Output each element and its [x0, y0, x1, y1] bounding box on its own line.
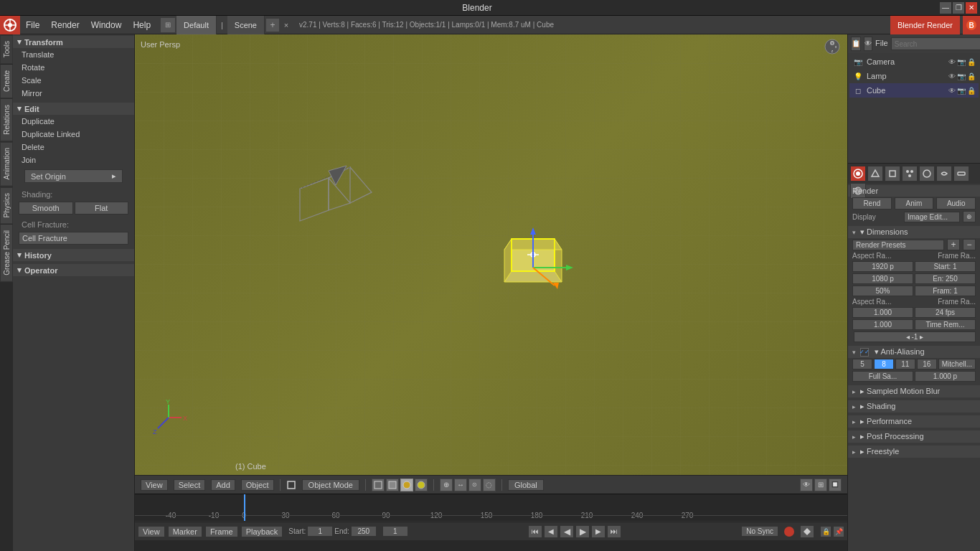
resolution-pct[interactable]: 50% [852, 286, 913, 296]
prop-tab-scene[interactable] [867, 166, 883, 182]
viewport-object-button[interactable]: Object [241, 479, 274, 491]
menu-render[interactable]: Render [45, 16, 85, 34]
timeline-marker-button[interactable]: Marker [168, 526, 202, 537]
viewport-view-button[interactable]: View [141, 479, 168, 491]
frame-end[interactable]: En: 250 [915, 273, 976, 284]
object-mode-selector[interactable]: Object Mode [302, 479, 359, 491]
smooth-button[interactable]: Smooth [19, 202, 73, 215]
side-tab-grease-pencil[interactable]: Grease Pencil [0, 224, 13, 282]
set-origin-dropdown[interactable]: Set Origin ▸ [24, 169, 123, 183]
aa-header[interactable]: ▾ ✓ ▾ Anti-Aliasing [848, 346, 980, 358]
aa-val-16[interactable]: 16 [917, 359, 937, 369]
pivot-icon[interactable]: ↔ [454, 479, 467, 491]
menu-window[interactable]: Window [85, 16, 128, 34]
transform-orientation[interactable]: Global [508, 479, 544, 491]
side-tab-tools[interactable]: Tools [0, 34, 13, 64]
record-button[interactable] [784, 527, 794, 537]
shading-rendered[interactable] [415, 479, 428, 491]
render-presets-selector[interactable]: Render Presets [852, 240, 944, 250]
prop-tab-particles[interactable] [902, 166, 918, 182]
fps-input[interactable]: 24 fps [915, 307, 976, 318]
prev-frame-button[interactable]: ◀ [544, 525, 558, 538]
jump-end-button[interactable]: ⏭ [607, 525, 621, 538]
transform-header[interactable]: ▾ Transform [13, 36, 134, 48]
viewport-select-button[interactable]: Select [174, 479, 206, 491]
cube-eye-icon[interactable]: 👁 [948, 87, 956, 95]
outliner-view-button[interactable]: 👁 [864, 37, 872, 51]
pin-icon[interactable]: 📌 [833, 526, 844, 537]
aa-val-5[interactable]: 5 [852, 359, 872, 369]
timeline-ruler[interactable]: -40 -10 0 30 60 90 120 150 180 210 240 2… [135, 494, 847, 522]
display-extra-button[interactable]: ⊕ [963, 211, 976, 222]
cube-lock-icon[interactable]: 🔒 [967, 87, 976, 95]
resolution-x[interactable]: 1920 p [852, 261, 913, 272]
menu-help[interactable]: Help [127, 16, 156, 34]
cube-render-icon[interactable]: 📷 [957, 87, 966, 95]
menu-file[interactable]: File [20, 16, 45, 34]
outliner-item-camera[interactable]: 📷 Camera 👁 📷 🔒 [849, 55, 979, 69]
smb-header[interactable]: ▸ ▸ Sampled Motion Blur [848, 385, 980, 397]
close-button[interactable]: ✕ [966, 2, 977, 14]
freestyle-header[interactable]: ▸ ▸ Freestyle [848, 446, 980, 458]
edit-header[interactable]: ▾ Edit [13, 103, 134, 115]
shading-props-header[interactable]: ▸ ▸ Shading [848, 400, 980, 413]
side-tab-relations[interactable]: Relations [0, 98, 13, 141]
close-scene-button[interactable]: × [281, 19, 292, 31]
outliner-item-lamp[interactable]: 💡 Lamp 👁 📷 🔒 [849, 69, 979, 83]
visibility-icon[interactable]: 👁 [800, 479, 813, 491]
mirror-button[interactable]: Mirror [13, 87, 134, 100]
play-button[interactable]: ▶ [575, 525, 590, 538]
jump-start-button[interactable]: ⏮ [528, 525, 542, 538]
window-controls[interactable]: — ❐ ✕ [940, 2, 980, 14]
3d-viewport[interactable]: User Persp [135, 34, 847, 475]
scene-icon[interactable]: ⊞ [814, 479, 827, 491]
aa-checkbox[interactable]: ✓ [860, 348, 869, 357]
outliner-item-cube[interactable]: ◻ Cube 👁 📷 🔒 [849, 83, 979, 98]
side-tab-animation[interactable]: Animation [0, 141, 13, 186]
outliner-search-input[interactable] [891, 37, 980, 50]
flat-button[interactable]: Flat [75, 202, 129, 215]
pivot-center[interactable]: ⊕ [440, 479, 453, 491]
shading-wireframe[interactable] [372, 479, 385, 491]
workspace-tab-default[interactable]: Default [176, 16, 217, 34]
frame-start[interactable]: Start: 1 [915, 261, 976, 272]
time-rem-value[interactable]: ◂ -1 ▸ [854, 331, 976, 342]
lamp-lock-icon[interactable]: 🔒 [967, 72, 976, 80]
shading-solid[interactable] [386, 479, 399, 491]
aspect-y[interactable]: 1.000 [852, 319, 913, 330]
prop-tab-constraints[interactable] [936, 166, 952, 182]
frame-current[interactable]: Fram: 1 [915, 286, 976, 296]
resolution-y[interactable]: 1080 p [852, 273, 913, 284]
prop-tab-physics[interactable] [919, 166, 935, 182]
maximize-button[interactable]: ❐ [953, 2, 964, 14]
next-frame-button[interactable]: ▶ [591, 525, 606, 538]
proportional-edit[interactable]: ◌ [483, 479, 496, 491]
keyframe-icon[interactable] [800, 525, 814, 538]
timeline-playback-button[interactable]: Playback [241, 526, 283, 537]
history-header[interactable]: ▾ History [13, 249, 134, 261]
display-value[interactable]: Image Edit... [904, 212, 960, 222]
timeline-view-button[interactable]: View [138, 526, 165, 537]
lamp-eye-icon[interactable]: 👁 [948, 72, 956, 80]
prop-tab-object[interactable] [885, 166, 900, 182]
render-button[interactable]: Rend [852, 197, 892, 209]
add-scene-button[interactable]: + [266, 19, 279, 32]
audio-button[interactable]: Audio [936, 197, 976, 209]
play-back-button[interactable]: ◀ [560, 525, 574, 538]
aa-filter[interactable]: Mitchell... [938, 359, 976, 369]
viewport-add-button[interactable]: Add [211, 479, 235, 491]
no-sync-selector[interactable]: No Sync [741, 526, 778, 537]
join-button[interactable]: Join [13, 154, 134, 166]
dimensions-header[interactable]: ▾ ▾ Dimensions [848, 226, 980, 238]
aspect-x[interactable]: 1.000 [852, 307, 913, 318]
duplicate-button[interactable]: Duplicate [13, 115, 134, 128]
time-rem[interactable]: Time Rem... [915, 319, 976, 330]
prop-tab-render[interactable] [850, 166, 866, 182]
translate-button[interactable]: Translate [13, 48, 134, 61]
aa-val-11[interactable]: 11 [895, 359, 915, 369]
post-processing-header[interactable]: ▸ ▸ Post Processing [848, 430, 980, 443]
current-frame-input[interactable]: 1 [382, 526, 408, 537]
lamp-render-icon[interactable]: 📷 [957, 72, 966, 80]
side-tab-create[interactable]: Create [0, 64, 13, 98]
aa-full-sample[interactable]: Full Sa... [852, 371, 913, 382]
